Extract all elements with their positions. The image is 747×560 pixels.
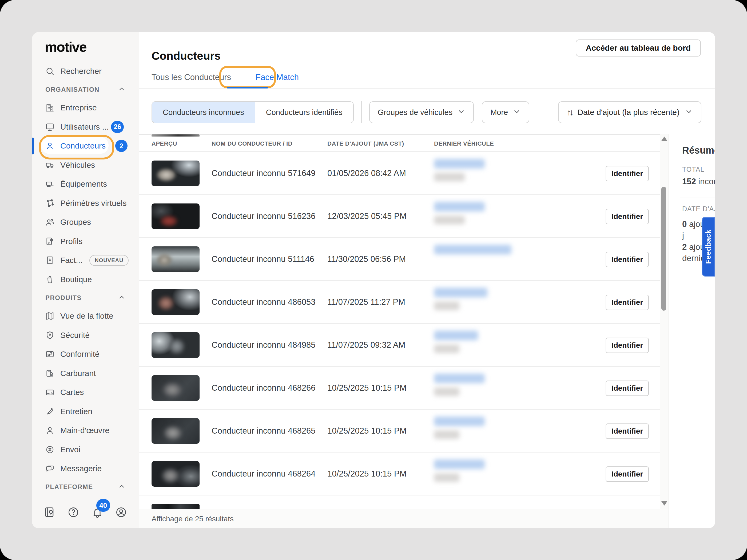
scroll-up-arrow[interactable] [661, 136, 668, 141]
sidebar-item-vue-de-la-flotte[interactable]: Vue de la flotte [32, 306, 139, 326]
chevron-up-icon [118, 85, 125, 94]
driver-snapshot-thumbnail[interactable] [152, 289, 200, 315]
table-row[interactable]: Conducteur inconnu 468266 10/25/2025 10:… [139, 367, 660, 409]
table-row[interactable]: Conducteur inconnu 468265 10/25/2025 10:… [139, 409, 660, 453]
identify-button[interactable]: Identifier [606, 252, 649, 267]
sidebar-item-label: Carburant [60, 369, 96, 378]
sidebar-section-plateforme[interactable]: PLATEFORME [32, 478, 139, 496]
bell-icon[interactable]: 40 [92, 506, 103, 518]
date-added-cell: 11/07/2025 11:27 PM [327, 297, 405, 307]
sidebar-item-cartes[interactable]: Cartes [32, 383, 139, 402]
account-icon[interactable] [115, 506, 127, 518]
sidebar-item-conducteurs[interactable]: Conducteurs 2 [32, 136, 139, 156]
dropdown-label: More [490, 108, 508, 117]
date-added-cell: 10/25/2025 10:15 PM [327, 383, 406, 393]
driver-snapshot-thumbnail[interactable] [152, 375, 200, 401]
sidebar-item-main-d-uvre[interactable]: Main-d'œuvre [32, 421, 139, 440]
sidebar-item-envoi[interactable]: Envoi [32, 440, 139, 459]
driver-snapshot-thumbnail[interactable] [152, 204, 200, 229]
sidebar-item-v-hicules[interactable]: Véhicules [32, 156, 139, 175]
driver-name-cell: Conducteur inconnu 511146 [211, 255, 314, 264]
sidebar-item-p-rim-tres-virtuels[interactable]: Périmètres virtuels [32, 194, 139, 213]
sort-dropdown[interactable]: ↑↓ Date d'ajout (la plus récente) [558, 101, 701, 123]
dropdown-more[interactable]: More [482, 101, 529, 123]
sidebar-section-produits[interactable]: PRODUITS [32, 289, 139, 306]
driver-snapshot-thumbnail[interactable] [152, 246, 200, 272]
scroll-down-arrow[interactable] [661, 501, 668, 506]
results-footer: Affichage de 25 résultats [139, 509, 669, 528]
logbook-icon[interactable] [44, 506, 55, 518]
identify-button[interactable]: Identifier [606, 338, 649, 353]
last-vehicle-link-blurred[interactable] [434, 417, 485, 426]
last-vehicle-subtext-blurred [434, 216, 465, 224]
sidebar-item-conformit[interactable]: Conformité [32, 345, 139, 364]
segment-conducteurs-identifi-s[interactable]: Conducteurs identifiés [255, 102, 353, 123]
identify-button[interactable]: Identifier [606, 466, 649, 482]
shield-icon [45, 331, 54, 340]
geofence-icon [45, 199, 54, 208]
identify-button[interactable]: Identifier [606, 209, 649, 224]
sidebar-item-label: Fact... [60, 256, 82, 265]
sidebar-item-carburant[interactable]: Carburant [32, 364, 139, 383]
date-added-cell: 11/07/2025 09:32 AM [327, 340, 405, 350]
last-vehicle-link-blurred[interactable] [434, 288, 487, 297]
last-vehicle-link-blurred[interactable] [434, 202, 485, 211]
go-to-dashboard-button[interactable]: Accéder au tableau de bord [576, 39, 701, 56]
chevron-down-icon [453, 107, 465, 117]
identify-button[interactable]: Identifier [606, 424, 649, 439]
sidebar-item-label: Équipements [60, 180, 107, 189]
table-row[interactable]: Conducteur inconnu 486053 11/07/2025 11:… [139, 281, 660, 324]
sidebar-item-messagerie[interactable]: Messagerie [32, 459, 139, 478]
sidebar-item-search[interactable]: Rechercher [32, 61, 139, 81]
chevron-down-icon [508, 107, 521, 117]
driver-name-cell: Conducteur inconnu 516236 [211, 211, 316, 221]
sidebar-footer: 40 [32, 496, 139, 528]
table-row[interactable]: Conducteur inconnu 516236 12/03/2025 05:… [139, 195, 660, 238]
driver-snapshot-thumbnail[interactable] [152, 161, 200, 186]
sidebar-item-boutique[interactable]: Boutique [32, 270, 139, 289]
sidebar-item-entreprise[interactable]: Entreprise [32, 99, 139, 117]
table-header-row: APERÇUNOM DU CONDUCTEUR / IDDATE D'AJOUT… [139, 136, 660, 152]
chevron-up-icon [118, 294, 125, 302]
segment-conducteurs-inconnues[interactable]: Conducteurs inconnues [152, 102, 255, 123]
sidebar-item-profils[interactable]: Profils [32, 232, 139, 251]
summary-added-today-wrap: j [682, 231, 684, 240]
person-icon [45, 426, 54, 435]
last-vehicle-link-blurred[interactable] [434, 459, 485, 469]
sidebar-item-label: Conducteurs [60, 141, 106, 151]
table-row[interactable]: Conducteur inconnu 571649 01/05/2026 08:… [139, 152, 660, 195]
sidebar-item-s-curit[interactable]: Sécurité [32, 326, 139, 345]
feedback-button[interactable]: Feedback [702, 217, 715, 276]
sidebar-item-entretien[interactable]: Entretien [32, 402, 139, 421]
logo-row: motive [32, 32, 139, 61]
identify-button[interactable]: Identifier [606, 166, 649, 181]
count-badge: 26 [111, 121, 124, 133]
help-icon[interactable] [68, 506, 79, 518]
sidebar-search-label: Rechercher [60, 67, 102, 76]
driver-snapshot-thumbnail[interactable] [152, 332, 200, 358]
summary-divider [680, 197, 715, 198]
chat-icon [45, 464, 54, 473]
identify-button[interactable]: Identifier [606, 295, 649, 310]
sidebar-section-organisation[interactable]: ORGANISATION [32, 81, 139, 99]
driver-snapshot-thumbnail[interactable] [152, 418, 200, 444]
identify-button[interactable]: Identifier [606, 380, 649, 396]
table-row[interactable]: Conducteur inconnu 484985 11/07/2025 09:… [139, 324, 660, 367]
last-vehicle-link-blurred[interactable] [434, 159, 485, 168]
sidebar-item-label: Véhicules [60, 161, 95, 169]
driver-snapshot-thumbnail[interactable] [152, 461, 200, 487]
last-vehicle-link-blurred[interactable] [434, 245, 511, 255]
vertical-scrollbar-thumb[interactable] [661, 187, 666, 311]
last-vehicle-link-blurred[interactable] [434, 374, 485, 383]
sidebar-item-groupes[interactable]: Groupes [32, 213, 139, 232]
table-row[interactable]: Conducteur inconnu 511146 11/30/2025 06:… [139, 238, 660, 281]
table-row[interactable]: Conducteur inconnu 468264 10/25/2025 10:… [139, 453, 660, 496]
last-vehicle-link-blurred[interactable] [434, 331, 478, 340]
chevron-down-icon [679, 107, 693, 117]
sidebar-item-utilisateurs[interactable]: Utilisateurs ... 26 [32, 117, 139, 136]
dropdown-groupes-de-v-hicules[interactable]: Groupes de véhicules [369, 101, 474, 123]
sidebar-item-fact[interactable]: Fact... NOUVEAU [32, 251, 139, 270]
sidebar-footer-icons: 40 [32, 496, 139, 528]
sidebar-item-label: Entretien [60, 407, 92, 416]
sidebar-item-quipements[interactable]: Équipements [32, 175, 139, 194]
